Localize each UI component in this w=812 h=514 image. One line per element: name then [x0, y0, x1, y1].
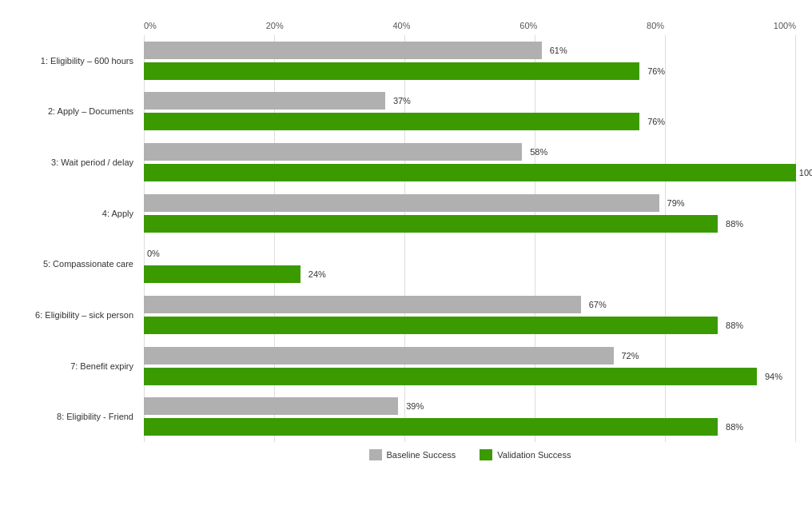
baseline-bar-row: 72%: [144, 347, 796, 365]
y-axis-label: 1: Eligibility – 600 hours: [0, 35, 140, 86]
baseline-swatch: [369, 449, 382, 460]
validation-bar-row: 24%: [144, 265, 796, 283]
y-axis-label: 5: Compassionate care: [0, 239, 140, 290]
baseline-bar: 61%: [144, 42, 542, 59]
baseline-bar: 72%: [144, 347, 614, 365]
baseline-bar: 39%: [144, 397, 398, 415]
baseline-bar-label: 37%: [393, 96, 411, 106]
validation-bar: 76%: [144, 113, 639, 130]
baseline-bar: 58%: [144, 143, 522, 161]
validation-bar: 88%: [144, 317, 718, 334]
baseline-bar: 79%: [144, 194, 659, 212]
y-axis-label: 4: Apply: [0, 188, 140, 239]
bar-group: 79%88%: [144, 188, 796, 239]
validation-bar: 88%: [144, 418, 718, 436]
y-axis-label: 2: Apply – Documents: [0, 86, 140, 137]
baseline-bar-label: 67%: [589, 300, 607, 309]
x-axis-label: 0%: [144, 21, 157, 30]
baseline-bar-row: 0%: [144, 245, 796, 262]
bar-group: 39%88%: [144, 391, 796, 442]
baseline-bar-label: 79%: [667, 198, 685, 208]
x-axis-label: 80%: [647, 21, 664, 30]
validation-bar-label: 88%: [726, 321, 743, 330]
validation-bar-row: 88%: [144, 317, 796, 334]
x-axis-label: 100%: [774, 21, 796, 30]
validation-bar-label: 76%: [647, 117, 665, 126]
validation-swatch: [480, 449, 492, 460]
validation-bar-row: 76%: [144, 113, 796, 130]
baseline-bar: 67%: [144, 296, 581, 313]
validation-bar-row: 94%: [144, 368, 796, 385]
validation-bar-row: 88%: [144, 215, 796, 233]
baseline-bar: 37%: [144, 92, 385, 110]
baseline-bar-row: 61%: [144, 42, 796, 59]
y-axis-label: 8: Eligibility - Friend: [0, 391, 140, 442]
x-axis-label: 60%: [519, 21, 537, 30]
legend-validation: Validation Success: [480, 449, 571, 460]
y-axis-label: 7: Benefit expiry: [0, 341, 140, 392]
y-axis-labels: 1: Eligibility – 600 hours2: Apply – Doc…: [0, 35, 140, 442]
validation-bar: 76%: [144, 62, 639, 80]
bar-group: 67%88%: [144, 289, 796, 341]
bar-group: 37%76%: [144, 86, 796, 137]
validation-bar-label: 76%: [647, 66, 665, 76]
validation-bar: 94%: [144, 368, 757, 385]
baseline-bar-label: 0%: [147, 249, 160, 258]
legend-baseline: Baseline Success: [369, 449, 456, 460]
baseline-legend-label: Baseline Success: [387, 450, 456, 460]
chart-area: 1: Eligibility – 600 hours2: Apply – Doc…: [144, 16, 796, 466]
validation-bar-label: 24%: [308, 269, 326, 279]
bar-group: 0%24%: [144, 239, 796, 290]
validation-bar-label: 88%: [726, 422, 743, 432]
validation-legend-label: Validation Success: [497, 450, 571, 460]
baseline-bar-label: 61%: [550, 46, 567, 55]
validation-bar: 88%: [144, 215, 718, 233]
bar-group: 58%100%: [144, 137, 796, 188]
validation-bar-label: 88%: [726, 219, 743, 229]
baseline-bar-row: 79%: [144, 194, 796, 212]
baseline-bar-row: 39%: [144, 397, 796, 415]
y-axis-label: 3: Wait period / delay: [0, 137, 140, 188]
baseline-bar-label: 58%: [530, 147, 547, 157]
x-axis: 0%20%40%60%80%100%: [144, 16, 796, 35]
validation-bar-row: 88%: [144, 418, 796, 436]
chart-container: 1: Eligibility – 600 hours2: Apply – Doc…: [0, 0, 812, 514]
validation-bar: 24%: [144, 265, 301, 283]
baseline-bar-row: 67%: [144, 296, 796, 313]
x-axis-label: 20%: [266, 21, 284, 30]
validation-bar-label: 94%: [765, 372, 782, 381]
baseline-bar-label: 72%: [621, 351, 639, 361]
bars-area: 61%76%37%76%58%100%79%88%0%24%67%88%72%9…: [144, 35, 796, 442]
validation-bar-label: 100%: [799, 168, 812, 177]
bar-group: 61%76%: [144, 35, 796, 86]
baseline-bar-label: 39%: [406, 401, 424, 411]
validation-bar-row: 100%: [144, 164, 796, 181]
validation-bar: 100%: [144, 164, 796, 181]
y-axis-label: 6: Eligibility – sick person: [0, 289, 140, 341]
legend: Baseline SuccessValidation Success: [144, 444, 796, 466]
x-axis-label: 40%: [392, 21, 410, 30]
baseline-bar-row: 58%: [144, 143, 796, 161]
baseline-bar-row: 37%: [144, 92, 796, 110]
bar-group: 72%94%: [144, 341, 796, 392]
validation-bar-row: 76%: [144, 62, 796, 80]
